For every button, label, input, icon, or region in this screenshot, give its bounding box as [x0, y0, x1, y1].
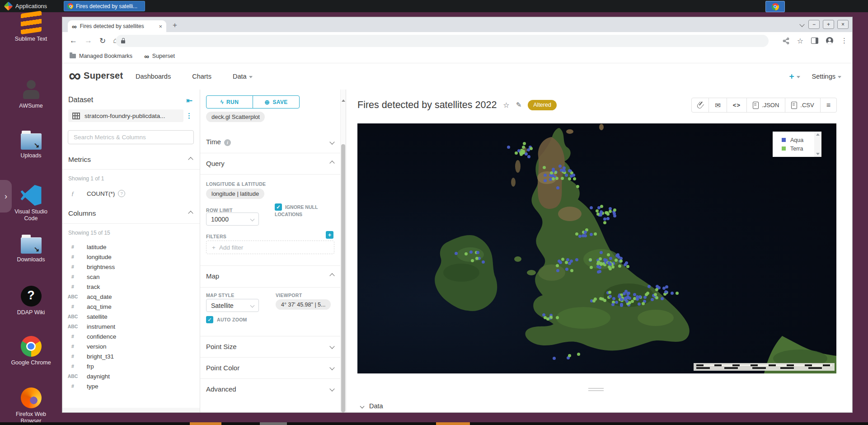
- new-item-button[interactable]: +: [789, 71, 800, 81]
- legend-scrollbar[interactable]: [814, 132, 821, 157]
- dock-item[interactable]: Sublime Text: [0, 12, 62, 42]
- metrics-search[interactable]: [68, 130, 194, 144]
- data-results-toggle[interactable]: Data: [361, 402, 383, 410]
- column-item[interactable]: # type: [62, 381, 200, 391]
- nav-charts[interactable]: Charts: [192, 73, 211, 80]
- profile-avatar[interactable]: [826, 37, 833, 44]
- edit-title-icon[interactable]: ✎: [516, 101, 522, 109]
- query-section-header[interactable]: Query: [206, 157, 334, 169]
- dock-item[interactable]: DDAP Wiki: [0, 286, 62, 316]
- column-item[interactable]: # confidence: [62, 331, 200, 341]
- share-icon[interactable]: [783, 38, 789, 44]
- column-item[interactable]: # latitude: [62, 242, 200, 252]
- column-item[interactable]: # bright_t31: [62, 351, 200, 361]
- nav-settings[interactable]: Settings: [812, 73, 841, 80]
- deckgl-scatter-map[interactable]: Aqua Terra: [357, 123, 836, 373]
- superset-brand[interactable]: ∞ Superset: [69, 69, 123, 82]
- new-tab-button[interactable]: +: [173, 21, 177, 30]
- lonlat-chip[interactable]: longitude | latitude: [206, 189, 264, 199]
- chevron-down-icon: [329, 344, 334, 349]
- scrollbar-thumb[interactable]: [341, 144, 345, 412]
- bookmark-star-icon[interactable]: ☆: [797, 37, 803, 45]
- column-item[interactable]: # track: [62, 282, 200, 292]
- scroll-up-icon[interactable]: [342, 99, 345, 102]
- taskbar-window-button[interactable]: Fires detected by satelli...: [64, 1, 145, 11]
- advanced-section-header[interactable]: Advanced: [206, 383, 334, 395]
- column-item[interactable]: # brightness: [62, 262, 200, 272]
- metrics-section-header[interactable]: Metrics: [68, 154, 192, 165]
- reload-icon[interactable]: ↻: [99, 36, 106, 46]
- column-item[interactable]: # acq_time: [62, 302, 200, 312]
- auto-zoom-checkbox[interactable]: ✓ AUTO ZOOM: [206, 316, 247, 323]
- add-filter-plus-button[interactable]: +: [326, 231, 333, 239]
- tab-close-icon[interactable]: ×: [159, 23, 162, 30]
- point-color-section-header[interactable]: Point Color: [206, 362, 334, 373]
- metric-item[interactable]: ƒ COUNT(*) ?: [62, 188, 200, 199]
- browser-tab[interactable]: ∞ Fires detected by satellites ×: [68, 20, 166, 32]
- scroll-up-icon[interactable]: [816, 133, 820, 136]
- close-button[interactable]: ×: [837, 20, 849, 29]
- column-item[interactable]: ABC daynight: [62, 371, 200, 381]
- bookmark-managed-bookmarks[interactable]: Managed Bookmarks: [70, 53, 132, 59]
- tab-search-chevron-icon[interactable]: [799, 22, 804, 27]
- dataset-selector[interactable]: stratcom-foundry-publicdata...: [68, 109, 183, 122]
- column-item[interactable]: ABC acq_date: [62, 292, 200, 302]
- chart-title[interactable]: Fires detected by satellites 2022: [357, 99, 497, 111]
- address-bar[interactable]: [116, 35, 769, 47]
- map-style-select[interactable]: Satellite: [206, 299, 259, 312]
- dock-item[interactable]: Downloads: [0, 235, 62, 263]
- embed-code-button[interactable]: <>: [727, 98, 747, 112]
- column-item[interactable]: # version: [62, 341, 200, 351]
- copy-link-button[interactable]: [692, 98, 709, 112]
- collapse-panel-icon[interactable]: ⇤: [187, 96, 192, 105]
- column-item[interactable]: # longitude: [62, 252, 200, 262]
- column-item[interactable]: ABC satellite: [62, 312, 200, 321]
- lock-icon[interactable]: [121, 40, 125, 43]
- column-item[interactable]: ABC instrument: [62, 321, 200, 331]
- viewport-chip[interactable]: 4° 37' 45.98" | 5...: [276, 299, 331, 310]
- email-button[interactable]: ✉: [709, 98, 727, 112]
- dock-drawer-handle[interactable]: ›: [0, 180, 12, 212]
- maximize-button[interactable]: +: [823, 20, 834, 29]
- dock-item[interactable]: Uploads: [0, 131, 62, 159]
- dataset-options-icon[interactable]: ⋮: [186, 112, 192, 120]
- export-csv-button[interactable]: .CSV: [785, 98, 820, 112]
- bookmark-superset[interactable]: ∞ Superset: [144, 53, 175, 60]
- bookmarks-bar: Managed Bookmarks ∞ Superset: [62, 49, 852, 63]
- nav-dashboards[interactable]: Dashboards: [136, 73, 171, 80]
- add-filter-box[interactable]: + Add filter: [206, 241, 334, 254]
- column-item[interactable]: # scan: [62, 272, 200, 282]
- map-section-header[interactable]: Map: [206, 270, 334, 282]
- forward-icon[interactable]: →: [84, 36, 92, 45]
- controls-scrollbar[interactable]: [340, 90, 346, 412]
- search-input[interactable]: [73, 133, 189, 141]
- dock-item[interactable]: Google Chrome: [0, 336, 62, 366]
- row-limit-select[interactable]: 10000: [206, 212, 259, 226]
- back-icon[interactable]: ←: [70, 36, 77, 45]
- tray-chrome-item[interactable]: [765, 1, 785, 12]
- save-button[interactable]: ⊕SAVE: [253, 96, 299, 108]
- minimize-button[interactable]: −: [808, 20, 820, 29]
- dock-item[interactable]: AWSume: [0, 79, 62, 109]
- ignore-null-checkbox[interactable]: ✓ IGNORE NULL LOCATIONS: [275, 203, 331, 218]
- time-section-header[interactable]: Timei: [206, 136, 334, 148]
- fire-point: [584, 234, 587, 237]
- export-json-button[interactable]: .JSON: [747, 98, 785, 112]
- checkbox-checked-icon[interactable]: ✓: [206, 316, 213, 323]
- fire-point: [624, 290, 628, 293]
- nav-data[interactable]: Data: [233, 73, 253, 80]
- dock-item[interactable]: Firefox Web Browser: [0, 387, 62, 425]
- panel-resize-handle[interactable]: [588, 388, 604, 392]
- column-item[interactable]: # frp: [62, 361, 200, 371]
- checkbox-checked-icon[interactable]: ✓: [275, 203, 282, 211]
- scroll-down-icon[interactable]: [816, 153, 820, 155]
- applications-menu[interactable]: Applications: [0, 0, 52, 12]
- side-panel-icon[interactable]: [811, 38, 818, 44]
- point-size-section-header[interactable]: Point Size: [206, 340, 334, 352]
- viz-type-chip[interactable]: deck.gl Scatterplot: [206, 112, 265, 122]
- browser-menu-icon[interactable]: ⋮: [841, 37, 848, 45]
- favorite-star-icon[interactable]: ☆: [503, 101, 509, 109]
- chart-menu-button[interactable]: ≡: [821, 98, 836, 112]
- run-button[interactable]: ϟRUN: [206, 96, 253, 108]
- columns-section-header[interactable]: Columns: [68, 208, 192, 219]
